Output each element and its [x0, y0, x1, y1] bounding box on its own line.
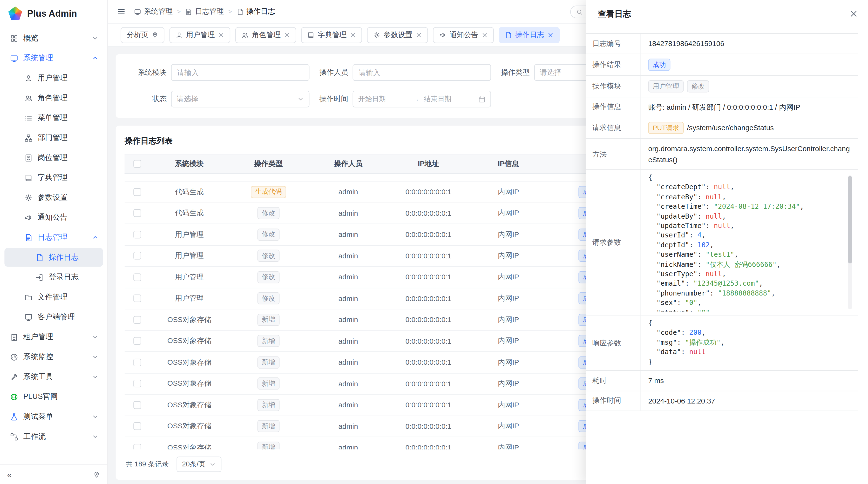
sidebar-item-login-log[interactable]: 登录日志: [4, 268, 103, 287]
row-checkbox[interactable]: [133, 295, 141, 302]
doc-icon: [505, 31, 512, 39]
column-header: 操作类型: [228, 159, 308, 169]
sidebar-item-system-management[interactable]: 系统管理: [4, 49, 103, 67]
row-checkbox[interactable]: [133, 273, 141, 281]
list-icon: [24, 114, 33, 122]
cell-operator: admin: [308, 379, 388, 388]
row-checkbox[interactable]: [133, 252, 141, 260]
sidebar-item-param-settings[interactable]: 参数设置: [4, 188, 103, 207]
tab-close-icon[interactable]: [482, 32, 488, 38]
page-size-value: 20条/页: [182, 460, 206, 469]
cell-ip-info: 内网IP: [469, 208, 548, 218]
breadcrumb-item[interactable]: 操作日志: [236, 7, 275, 17]
scrollbar-thumb[interactable]: [848, 176, 852, 263]
sidebar-item-file-management[interactable]: 文件管理: [4, 288, 103, 306]
log-id-value: 1842781986426159106: [641, 34, 858, 54]
sidebar-item-post-management[interactable]: 岗位管理: [4, 148, 103, 167]
sidebar-item-label: 租户管理: [23, 332, 87, 342]
page-size-select[interactable]: 20条/页: [177, 456, 222, 472]
module-badge: 用户管理: [648, 80, 684, 92]
tab-close-icon[interactable]: [350, 32, 356, 38]
log-icon: [185, 8, 192, 15]
cell-ip: 0:0:0:0:0:0:0:1: [388, 230, 469, 238]
cell-operator: admin: [308, 294, 388, 302]
row-checkbox[interactable]: [133, 209, 141, 217]
cell-ip-info: 内网IP: [469, 379, 548, 389]
operator-filter-input[interactable]: [353, 64, 491, 81]
field-label: 耗时: [586, 371, 641, 390]
row-checkbox[interactable]: [133, 380, 141, 388]
screen-icon: [134, 8, 141, 15]
sidebar-item-workflow[interactable]: 工作流: [4, 427, 103, 446]
sidebar-item-notice[interactable]: 通知公告: [4, 208, 103, 227]
tab-dict-management[interactable]: 字典管理: [301, 27, 362, 43]
tab-user-management[interactable]: 用户管理: [169, 27, 230, 43]
tab-close-icon[interactable]: [548, 32, 554, 38]
pin-icon[interactable]: [93, 471, 100, 478]
row-checkbox[interactable]: [133, 401, 141, 409]
view-log-drawer: 查看日志 日志编号 1842781986426159106 操作结果 成功 操作…: [586, 0, 868, 484]
breadcrumb-item[interactable]: 日志管理: [185, 7, 224, 17]
gear-icon: [24, 193, 33, 201]
sidebar-item-system-monitor[interactable]: 系统监控: [4, 348, 103, 366]
hamburger-menu-icon[interactable]: [117, 7, 126, 16]
close-icon[interactable]: [849, 9, 858, 18]
sidebar-menu: 概览系统管理用户管理角色管理菜单管理部门管理岗位管理字典管理参数设置通知公告日志…: [0, 27, 107, 464]
operation-type-badge: 新增: [257, 399, 280, 411]
tab-close-icon[interactable]: [284, 32, 290, 38]
sidebar-item-label: 通知公告: [38, 213, 99, 223]
sidebar-collapse-button[interactable]: «: [7, 471, 12, 479]
calendar-glyph: [478, 95, 486, 103]
sidebar-item-label: 操作日志: [49, 252, 99, 262]
tab-close-icon[interactable]: [218, 32, 224, 38]
tab-label: 字典管理: [318, 30, 346, 40]
cell-ip: 0:0:0:0:0:0:0:1: [388, 358, 469, 366]
total-records: 共 189 条记录: [126, 460, 169, 469]
tab-param-settings[interactable]: 参数设置: [367, 27, 428, 43]
search-icon: [576, 9, 583, 15]
cell-module: 用户管理: [150, 272, 228, 282]
tab-operation-log[interactable]: 操作日志: [499, 27, 560, 43]
gear-icon: [373, 31, 380, 39]
row-checkbox[interactable]: [133, 337, 141, 345]
sidebar-item-role-management[interactable]: 角色管理: [4, 89, 103, 107]
sidebar-item-operation-log[interactable]: 操作日志: [4, 248, 103, 267]
operation-type-badge: 修改: [257, 250, 280, 262]
breadcrumb-item[interactable]: 系统管理: [134, 7, 173, 17]
tab-notice[interactable]: 通知公告: [433, 27, 494, 43]
row-checkbox[interactable]: [133, 444, 141, 450]
tab-close-icon[interactable]: [416, 32, 422, 38]
sidebar-item-test-menu[interactable]: 测试菜单: [4, 407, 103, 426]
sidebar-item-client-management[interactable]: 客户端管理: [4, 308, 103, 327]
time-range-picker[interactable]: 开始日期 → 结束日期: [353, 91, 491, 107]
chevron-down-icon: [297, 96, 304, 102]
cell-ip-info: 内网IP: [469, 357, 548, 367]
sidebar-item-user-management[interactable]: 用户管理: [4, 69, 103, 88]
sidebar-item-tenant-management[interactable]: 租户管理: [4, 328, 103, 346]
row-checkbox[interactable]: [133, 358, 141, 366]
tab-analysis[interactable]: 分析页: [121, 27, 164, 43]
log-detail-table: 日志编号 1842781986426159106 操作结果 成功 操作模块 用户…: [586, 33, 858, 411]
column-header: [125, 160, 150, 168]
megaphone-icon: [439, 31, 446, 39]
sidebar-item-plus-website[interactable]: PLUS官网: [4, 387, 103, 406]
select-all-checkbox[interactable]: [133, 160, 141, 168]
sidebar-item-system-tools[interactable]: 系统工具: [4, 367, 103, 386]
breadcrumb-label: 操作日志: [246, 7, 275, 17]
end-date-placeholder: 结束日期: [424, 94, 474, 104]
cell-ip-info: 内网IP: [469, 443, 548, 449]
module-filter-input[interactable]: [171, 64, 309, 81]
row-checkbox[interactable]: [133, 316, 141, 323]
tab-role-management[interactable]: 角色管理: [235, 27, 296, 43]
sidebar-item-dept-management[interactable]: 部门管理: [4, 128, 103, 147]
row-checkbox[interactable]: [133, 422, 141, 430]
sidebar-item-menu-management[interactable]: 菜单管理: [4, 108, 103, 127]
status-filter-select[interactable]: 请选择: [171, 91, 309, 107]
cell-module: OSS对象存储: [150, 443, 228, 449]
sidebar-item-log-management[interactable]: 日志管理: [4, 228, 103, 247]
row-checkbox[interactable]: [133, 188, 141, 196]
duration-value: 7 ms: [641, 371, 858, 390]
sidebar-item-overview[interactable]: 概览: [4, 29, 103, 47]
row-checkbox[interactable]: [133, 231, 141, 238]
sidebar-item-dict-management[interactable]: 字典管理: [4, 168, 103, 187]
